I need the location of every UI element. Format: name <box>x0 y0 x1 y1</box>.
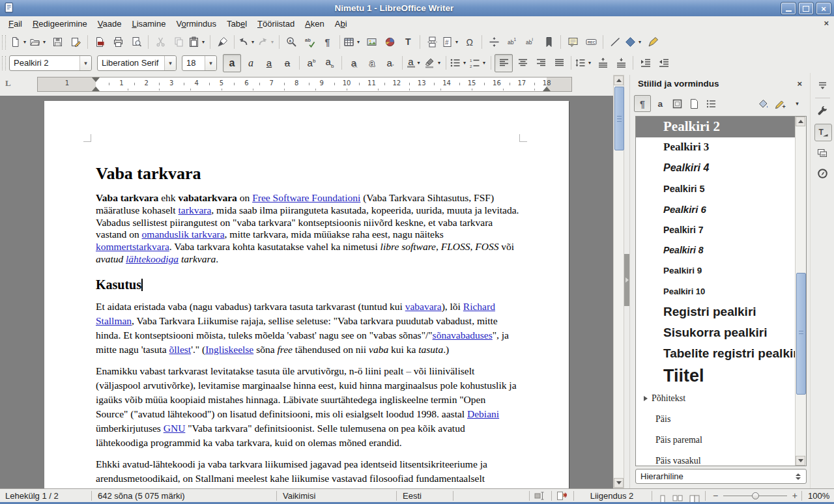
style-list-item[interactable]: Tabelite registri pealkiri <box>636 343 795 364</box>
close-button[interactable]: × <box>816 2 831 15</box>
fill-format-mode-icon[interactable] <box>755 96 771 111</box>
chevron-down-icon[interactable]: ▾ <box>269 39 276 45</box>
line-icon[interactable] <box>607 34 624 51</box>
menu-lisamine[interactable]: Lisamine <box>126 17 171 31</box>
page-styles-icon[interactable] <box>686 96 702 111</box>
menu-vaade[interactable]: Vaade <box>93 17 127 31</box>
hyperlink[interactable]: Free Software Foundationi <box>252 192 360 203</box>
open-icon[interactable]: ▾ <box>29 34 48 51</box>
chevron-down-icon[interactable]: ▾ <box>200 39 207 45</box>
hyperlink[interactable]: sõnavabaduses <box>433 329 493 341</box>
chevron-down-icon[interactable]: ▾ <box>416 60 422 66</box>
zoom-in-icon[interactable]: + <box>792 489 798 503</box>
numbered-list-icon[interactable]: 12▾ <box>469 55 487 72</box>
save-icon[interactable] <box>49 34 66 51</box>
close-document-icon[interactable]: × <box>824 18 829 28</box>
track-changes-icon[interactable]: REC <box>582 34 599 51</box>
style-list-item[interactable]: Päis <box>636 409 795 430</box>
paragraph[interactable]: Enamikku vabast tarkvarast levitatakse t… <box>96 364 519 450</box>
outline-icon[interactable]: a <box>364 55 381 72</box>
print-preview-icon[interactable] <box>128 34 145 51</box>
style-list-item[interactable]: Pealkiri 2 <box>636 117 795 137</box>
paragraph-styles-icon[interactable]: ¶ <box>634 95 651 112</box>
spellcheck-icon[interactable]: ab <box>301 34 318 51</box>
style-list-item[interactable]: Pealkiri 10 <box>636 281 795 302</box>
font-size-value[interactable]: 18 <box>182 58 205 68</box>
print-icon[interactable] <box>109 34 126 51</box>
page-number-status[interactable]: Lehekülg 1 / 2 <box>5 489 59 503</box>
chevron-down-icon[interactable]: ▾ <box>41 39 48 45</box>
font-color-icon[interactable]: a▾ <box>406 55 423 72</box>
menu-fail[interactable]: Fail <box>3 17 27 31</box>
chevron-down-icon[interactable]: ▾ <box>481 60 487 66</box>
special-character-icon[interactable]: Ω <box>461 34 478 51</box>
chevron-down-icon[interactable]: ▾ <box>453 39 460 45</box>
strikethrough-icon[interactable]: a <box>279 55 296 72</box>
hyperlink[interactable]: GNU <box>164 423 186 434</box>
word-count-status[interactable]: 642 sõna (5 075 märki) <box>98 489 185 503</box>
scroll-up-icon[interactable] <box>614 76 624 85</box>
text-box-icon[interactable]: T <box>399 34 416 51</box>
paragraph-style-combo[interactable]: Pealkiri 2 ▾ <box>9 55 92 71</box>
font-size-combo[interactable]: 18 ▾ <box>182 55 217 71</box>
style-list-item[interactable]: Tiitel <box>636 364 795 388</box>
sidebar-splitter[interactable] <box>624 75 629 488</box>
style-list-item[interactable]: Päis paremal <box>636 430 795 451</box>
zoom-slider[interactable]: − + <box>710 489 800 503</box>
expander-icon[interactable] <box>644 396 648 401</box>
hyperlink[interactable]: omanduslik tarkvara <box>142 229 225 240</box>
scroll-up-icon[interactable] <box>796 117 805 126</box>
scroll-down-icon[interactable] <box>796 456 805 466</box>
paste-icon[interactable]: ▾ <box>188 34 207 51</box>
line-spacing-icon[interactable]: ▾ <box>575 55 593 72</box>
right-indent-marker[interactable] <box>543 87 551 91</box>
para-space-decrease-icon[interactable] <box>612 55 629 72</box>
chevron-down-icon[interactable]: ▾ <box>250 39 256 45</box>
heading[interactable]: Kasutus <box>96 277 519 292</box>
style-list-item[interactable]: Pealkiri 9 <box>636 260 795 281</box>
character-styles-icon[interactable]: a <box>652 96 668 111</box>
hyperlink[interactable]: õllest <box>169 344 192 355</box>
endnote-icon[interactable]: abi <box>522 34 539 51</box>
chevron-down-icon[interactable]: ▾ <box>637 39 643 45</box>
style-list-item[interactable]: Päis vasakul <box>636 451 795 466</box>
toolbar-grip[interactable] <box>2 56 6 70</box>
style-list-item[interactable]: Pealkiri 4 <box>636 158 795 178</box>
draw-functions-icon[interactable] <box>644 34 661 51</box>
style-filter-value[interactable]: Hierarhiline <box>636 471 792 481</box>
style-list-item[interactable]: Põhitekst <box>636 388 795 409</box>
clone-formatting-icon[interactable] <box>214 34 231 51</box>
zoom-slider-thumb[interactable] <box>752 492 759 499</box>
document-page[interactable]: Vaba tarkvaraVaba tarkvara ehk vabatarkv… <box>44 101 569 488</box>
underline-icon[interactable]: a <box>261 55 278 72</box>
properties-deck-icon[interactable] <box>814 103 831 119</box>
chevron-down-icon[interactable]: ▾ <box>355 39 362 45</box>
style-list-item[interactable]: Registri pealkiri <box>636 301 795 322</box>
left-indent-marker[interactable] <box>92 87 100 91</box>
heading[interactable]: Vaba tarkvara <box>96 164 519 184</box>
chevron-down-icon[interactable]: ▾ <box>22 39 28 45</box>
document-vertical-scrollbar[interactable] <box>613 75 624 488</box>
outline-level-status[interactable]: Liigendus 2 <box>573 489 650 503</box>
scroll-down-icon[interactable] <box>614 478 624 488</box>
table-icon[interactable]: ▾ <box>343 34 362 51</box>
panel-close-icon[interactable]: × <box>797 79 802 89</box>
hyperlink[interactable]: lähtekoodiga <box>126 253 179 264</box>
page-style-status[interactable]: Vaikimisi <box>283 489 315 503</box>
document-text[interactable]: Vaba tarkvaraVaba tarkvara ehk vabatarkv… <box>96 101 519 488</box>
maximize-button[interactable] <box>798 2 814 15</box>
save-as-icon[interactable] <box>67 34 84 51</box>
hyperlink[interactable]: vabavara <box>405 301 442 312</box>
minimize-button[interactable] <box>781 2 796 15</box>
style-list-item[interactable]: Pealkiri 8 <box>636 240 795 261</box>
hyperlink[interactable]: Debiani <box>467 408 499 419</box>
tab-stop-selector[interactable]: L <box>5 78 11 89</box>
zoom-out-icon[interactable]: − <box>713 489 718 503</box>
hyperlink[interactable]: kommertstarkvara <box>96 241 169 252</box>
chevron-down-icon[interactable]: ▾ <box>436 60 442 66</box>
menu-abi[interactable]: Abi <box>330 17 352 31</box>
paragraph-style-value[interactable]: Pealkiri 2 <box>10 58 79 68</box>
insert-field-icon[interactable]: #▾ <box>442 34 460 51</box>
italic-icon[interactable]: a <box>242 55 259 72</box>
subscript-icon[interactable]: ab <box>321 55 338 72</box>
